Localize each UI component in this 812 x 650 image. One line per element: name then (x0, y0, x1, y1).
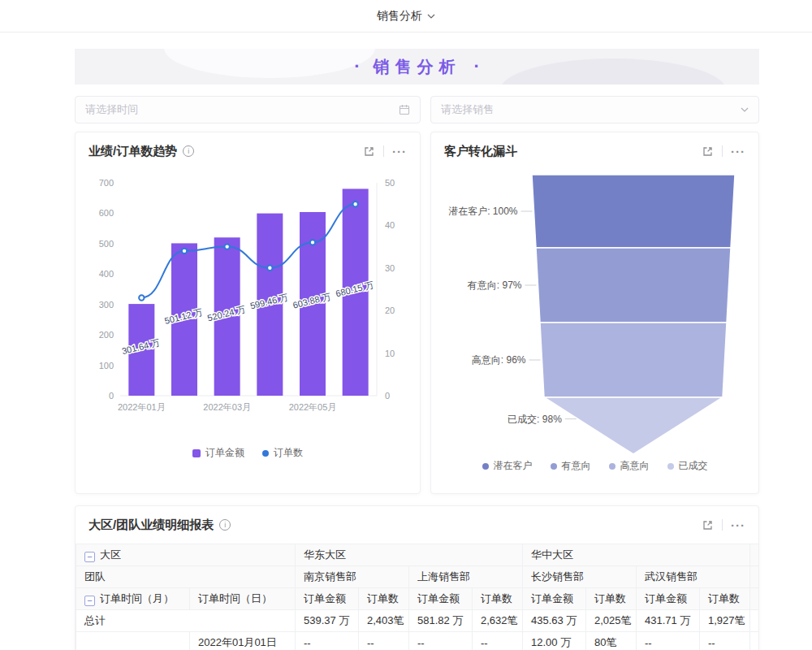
table-cell: 11.07 万 (750, 632, 759, 650)
legend-item[interactable]: 订单金额 (192, 446, 244, 460)
table-row: 总计539.37 万2,403笔581.82 万2,632笔435.63 万2,… (76, 610, 759, 632)
banner-dot: · (354, 56, 360, 77)
detail-table: −大区华东大区华中大区华北大区团队南京销售部上海销售部长沙销售部武汉销售部青岛销… (76, 544, 758, 650)
more-icon[interactable]: ··· (731, 145, 745, 158)
svg-text:100: 100 (99, 361, 114, 370)
divider (722, 145, 723, 157)
trend-card-title: 业绩/订单数趋势 (89, 144, 177, 159)
trend-legend: 订单金额订单数 (192, 446, 303, 460)
divider (383, 145, 384, 157)
funnel-card: 客户转化漏斗 ··· 潜在客户: 100%有意向: 97%高意向: 96%已成交… (430, 132, 759, 494)
more-icon[interactable]: ··· (392, 145, 407, 158)
funnel-card-header: 客户转化漏斗 ··· (431, 132, 758, 170)
legend-marker (262, 450, 269, 457)
svg-text:20: 20 (385, 306, 395, 315)
sales-analysis-page: 销售分析 · 销售分析 · 请选择时间 请选择销售 (0, 0, 812, 650)
table-header-cell: 华中大区 (523, 544, 750, 566)
legend-label: 已成交 (679, 459, 708, 473)
time-select-placeholder: 请选择时间 (85, 102, 138, 117)
table-cell: 2,403笔 (359, 610, 409, 632)
trend-chart-svg: 0100200300400500600700010203040502022年01… (88, 170, 408, 443)
svg-text:400: 400 (99, 269, 114, 279)
table-cell: -- (409, 632, 473, 650)
legend-label: 订单金额 (205, 446, 244, 460)
table-header-cell: 南京销售部 (296, 566, 409, 588)
table-cell: 2,025笔 (586, 610, 637, 632)
table-cell: 581.82 万 (409, 610, 473, 632)
table-header-cell: −大区 (76, 544, 296, 566)
legend-item[interactable]: 已成交 (667, 459, 708, 473)
table-row: −大区华东大区华中大区华北大区 (76, 544, 759, 566)
banner-decoration (164, 49, 375, 78)
report-switcher[interactable]: 销售分析 (377, 9, 435, 24)
table-header-cell: 订单金额 (637, 588, 700, 610)
sales-select[interactable]: 请选择销售 (430, 96, 759, 124)
table-cell: 539.37 万 (296, 610, 359, 632)
table-cell (76, 632, 190, 650)
banner-title: 销售分析 (374, 56, 461, 78)
table-cell: 435.63 万 (523, 610, 586, 632)
funnel-chart-svg: 潜在客户: 100%有意向: 97%高意向: 96%已成交: 98% (443, 170, 746, 456)
charts-row: 业绩/订单数趋势 i ··· 0100200300400500600700010… (75, 132, 759, 494)
info-icon[interactable]: i (183, 145, 194, 157)
legend-item[interactable]: 潜在客户 (482, 459, 533, 473)
export-icon[interactable] (363, 145, 375, 158)
svg-text:30: 30 (385, 263, 395, 273)
svg-text:500: 500 (99, 239, 114, 249)
legend-marker (192, 449, 201, 457)
table-row: −订单时间（月）订单时间（日）订单金额订单数订单金额订单数订单金额订单数订单金额… (76, 588, 759, 610)
legend-item[interactable]: 高意向 (609, 459, 650, 473)
table-header-cell: 订单金额 (296, 588, 359, 610)
table-cell: -- (700, 632, 750, 650)
svg-text:2022年05月: 2022年05月 (289, 402, 337, 412)
banner: · 销售分析 · (75, 49, 759, 84)
time-select[interactable]: 请选择时间 (75, 96, 421, 124)
svg-text:600: 600 (99, 208, 114, 218)
table-header-cell: 订单数 (473, 588, 523, 610)
table-header-cell: 华北大区 (750, 544, 759, 566)
sales-select-placeholder: 请选择销售 (441, 102, 494, 117)
table-cell: 总计 (76, 610, 296, 632)
svg-text:高意向: 96%: 高意向: 96% (472, 354, 526, 366)
legend-marker (482, 463, 489, 470)
info-icon[interactable]: i (219, 519, 231, 531)
funnel-legend: 潜在客户有意向高意向已成交 (482, 459, 708, 473)
svg-text:已成交: 98%: 已成交: 98% (508, 414, 562, 425)
calendar-icon (399, 104, 410, 115)
table-cell: 12.00 万 (523, 632, 586, 650)
table-cell: -- (637, 632, 700, 650)
legend-item[interactable]: 有意向 (551, 459, 591, 473)
table-header-cell: 订单时间（日） (190, 588, 296, 610)
table-header-cell: 订单数 (700, 588, 750, 610)
banner-decoration (499, 58, 727, 84)
trend-card: 业绩/订单数趋势 i ··· 0100200300400500600700010… (75, 132, 421, 494)
collapse-icon[interactable]: − (84, 552, 95, 562)
table-cell: 2,632笔 (473, 610, 523, 632)
table-scroll-area[interactable]: −大区华东大区华中大区华北大区团队南京销售部上海销售部长沙销售部武汉销售部青岛销… (76, 544, 758, 650)
table-header-cell: 订单金额 (523, 588, 586, 610)
svg-text:2022年01月: 2022年01月 (118, 402, 166, 412)
table-header-cell: 上海销售部 (409, 566, 523, 588)
svg-text:2022年03月: 2022年03月 (203, 402, 251, 412)
legend-item[interactable]: 订单数 (262, 446, 303, 460)
banner-dot: · (474, 56, 480, 77)
chevron-down-icon (427, 14, 435, 19)
table-row: 2022年01月01日--------12.00 万80笔----11.07 万 (76, 632, 759, 650)
legend-label: 订单数 (274, 446, 303, 460)
more-icon[interactable]: ··· (731, 519, 745, 531)
export-icon[interactable] (702, 145, 714, 158)
table-header-cell: 长沙销售部 (523, 566, 637, 588)
table-header-cell: 订单金额 (409, 588, 473, 610)
export-icon[interactable] (702, 519, 714, 531)
table-cell: 486.05 万 (750, 610, 759, 632)
table-card: 大区/团队业绩明细报表 i ··· −大区华东大区华中大区华北大区团队南京销售部… (75, 505, 759, 650)
svg-text:40: 40 (385, 220, 395, 230)
collapse-icon[interactable]: − (84, 596, 95, 606)
funnel-chart: 潜在客户: 100%有意向: 97%高意向: 96%已成交: 98% 潜在客户有… (431, 170, 758, 473)
table-header-cell: 华东大区 (296, 544, 523, 566)
table-cell: 431.71 万 (637, 610, 700, 632)
svg-text:300: 300 (99, 300, 114, 310)
table-header-cell: 订单数 (359, 588, 409, 610)
table-header-cell: −订单时间（月） (76, 588, 190, 610)
table-cell: 1,927笔 (700, 610, 750, 632)
